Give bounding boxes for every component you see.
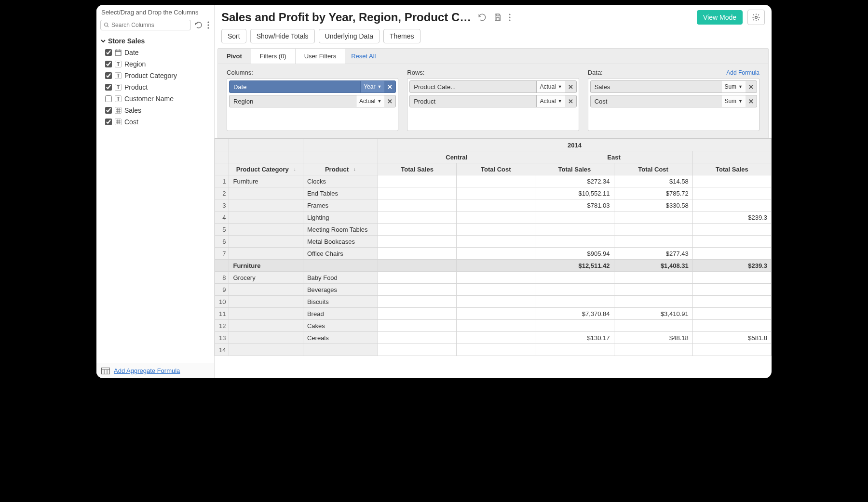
data-cell[interactable]: $7,370.84 bbox=[535, 308, 614, 320]
sort-arrow-icon[interactable]: ↓ bbox=[352, 167, 356, 172]
data-cell[interactable] bbox=[692, 296, 771, 308]
data-cell[interactable] bbox=[692, 344, 771, 356]
product-cell[interactable] bbox=[303, 344, 378, 356]
field-header[interactable]: Product↓ bbox=[303, 163, 378, 175]
product-cell[interactable]: Bread bbox=[303, 308, 378, 320]
title-more-button[interactable] bbox=[508, 12, 512, 23]
data-cell[interactable] bbox=[535, 320, 614, 332]
column-item[interactable]: T Product bbox=[100, 81, 210, 93]
data-cell[interactable]: $14.58 bbox=[614, 175, 692, 187]
data-cell[interactable] bbox=[378, 236, 456, 248]
product-cell[interactable]: Clocks bbox=[303, 175, 378, 187]
product-cell[interactable]: Cakes bbox=[303, 320, 378, 332]
view-mode-button[interactable]: View Mode bbox=[697, 10, 743, 25]
data-cell[interactable]: $10,552.11 bbox=[535, 187, 614, 199]
column-checkbox[interactable] bbox=[105, 61, 112, 67]
data-cell[interactable] bbox=[457, 199, 535, 211]
category-cell[interactable] bbox=[229, 344, 303, 356]
pill-remove-button[interactable]: ✕ bbox=[565, 83, 576, 91]
columns-shelf-box[interactable]: Date Year ▼ ✕ Region Actual ▼ ✕ bbox=[227, 78, 398, 131]
category-cell[interactable] bbox=[229, 187, 303, 199]
product-cell[interactable]: Lighting bbox=[303, 211, 378, 224]
data-cell[interactable]: $330.58 bbox=[614, 199, 692, 211]
region-header[interactable]: Central bbox=[378, 151, 535, 163]
data-cell[interactable] bbox=[457, 344, 535, 356]
data-cell[interactable] bbox=[614, 236, 692, 248]
pill-remove-button[interactable]: ✕ bbox=[565, 98, 576, 105]
data-cell[interactable] bbox=[614, 296, 692, 308]
data-cell[interactable] bbox=[378, 199, 456, 211]
data-cell[interactable] bbox=[378, 308, 456, 320]
product-cell[interactable]: Baby Food bbox=[303, 272, 378, 284]
tab-pivot[interactable]: Pivot bbox=[218, 49, 251, 64]
column-checkbox[interactable] bbox=[105, 107, 112, 114]
data-cell[interactable]: $581.8 bbox=[692, 332, 771, 344]
refresh-columns-button[interactable] bbox=[194, 20, 203, 30]
data-cell[interactable]: $277.43 bbox=[614, 248, 692, 260]
data-cell[interactable] bbox=[614, 320, 692, 332]
data-cell[interactable] bbox=[535, 236, 614, 248]
product-cell[interactable]: Cereals bbox=[303, 332, 378, 344]
data-cell[interactable] bbox=[692, 308, 771, 320]
column-item[interactable]: Date bbox=[100, 47, 210, 58]
data-cell[interactable] bbox=[614, 272, 692, 284]
data-cell[interactable]: $130.17 bbox=[535, 332, 614, 344]
product-cell[interactable]: Meeting Room Tables bbox=[303, 224, 378, 236]
data-cell[interactable] bbox=[692, 224, 771, 236]
data-cell[interactable] bbox=[457, 296, 535, 308]
search-input[interactable] bbox=[111, 22, 188, 28]
data-cell[interactable] bbox=[378, 284, 456, 296]
tab-user-filters[interactable]: User Filters bbox=[296, 49, 345, 64]
pill-aggregation-select[interactable]: Actual ▼ bbox=[356, 95, 384, 107]
data-cell[interactable] bbox=[692, 272, 771, 284]
data-cell[interactable] bbox=[378, 296, 456, 308]
column-checkbox[interactable] bbox=[105, 95, 112, 102]
category-cell[interactable] bbox=[229, 248, 303, 260]
data-cell[interactable] bbox=[457, 175, 535, 187]
column-item[interactable]: T Region bbox=[100, 58, 210, 70]
data-cell[interactable] bbox=[457, 248, 535, 260]
product-cell[interactable]: Metal Bookcases bbox=[303, 236, 378, 248]
data-cell[interactable] bbox=[535, 211, 614, 224]
category-cell[interactable]: Grocery bbox=[229, 272, 303, 284]
measure-header[interactable]: Total Sales bbox=[378, 163, 456, 175]
category-cell[interactable] bbox=[229, 236, 303, 248]
add-aggregate-formula-link[interactable]: Add Aggregate Formula bbox=[114, 367, 180, 374]
measure-header[interactable]: Total Sales bbox=[535, 163, 614, 175]
data-cell[interactable] bbox=[378, 248, 456, 260]
pill-aggregation-select[interactable]: Actual ▼ bbox=[536, 95, 565, 107]
dataset-node[interactable]: Store Sales bbox=[100, 35, 210, 47]
category-cell[interactable] bbox=[229, 296, 303, 308]
sort-button[interactable]: Sort bbox=[221, 29, 246, 43]
data-cell[interactable] bbox=[457, 320, 535, 332]
data-cell[interactable] bbox=[457, 187, 535, 199]
data-cell[interactable] bbox=[535, 272, 614, 284]
data-cell[interactable] bbox=[457, 236, 535, 248]
data-cell[interactable]: $781.03 bbox=[535, 199, 614, 211]
rows-shelf-box[interactable]: Product Cate... Actual ▼ ✕ Product Actua… bbox=[407, 78, 579, 131]
region-header[interactable] bbox=[692, 151, 771, 163]
data-cell[interactable] bbox=[378, 332, 456, 344]
pill-remove-button[interactable]: ✕ bbox=[746, 98, 757, 105]
data-cell[interactable] bbox=[457, 308, 535, 320]
region-header[interactable]: East bbox=[535, 151, 692, 163]
data-cell[interactable]: $272.34 bbox=[535, 175, 614, 187]
category-cell[interactable] bbox=[229, 308, 303, 320]
data-shelf-box[interactable]: Sales Sum ▼ ✕ Cost Sum ▼ ✕ bbox=[588, 78, 760, 131]
data-cell[interactable] bbox=[692, 284, 771, 296]
column-checkbox[interactable] bbox=[105, 84, 112, 91]
data-cell[interactable] bbox=[692, 175, 771, 187]
column-item[interactable]: T Customer Name bbox=[100, 93, 210, 105]
data-cell[interactable] bbox=[535, 224, 614, 236]
category-cell[interactable] bbox=[229, 284, 303, 296]
themes-button[interactable]: Themes bbox=[383, 29, 420, 43]
data-cell[interactable] bbox=[692, 199, 771, 211]
data-cell[interactable] bbox=[614, 284, 692, 296]
data-cell[interactable] bbox=[614, 211, 692, 224]
data-cell[interactable]: $785.72 bbox=[614, 187, 692, 199]
data-cell[interactable] bbox=[457, 284, 535, 296]
shelf-pill[interactable]: Date Year ▼ ✕ bbox=[229, 80, 396, 93]
category-cell[interactable] bbox=[229, 224, 303, 236]
data-cell[interactable] bbox=[614, 344, 692, 356]
data-cell[interactable] bbox=[378, 320, 456, 332]
